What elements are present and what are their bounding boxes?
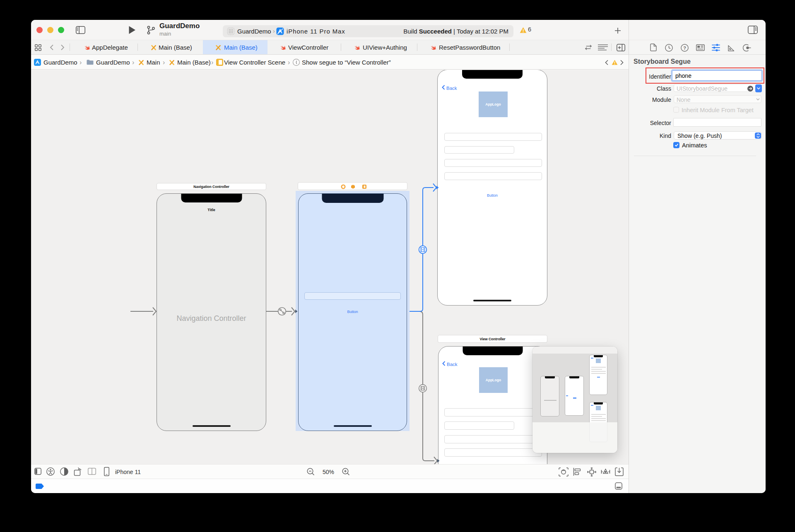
svg-text:?: ?: [683, 46, 686, 51]
